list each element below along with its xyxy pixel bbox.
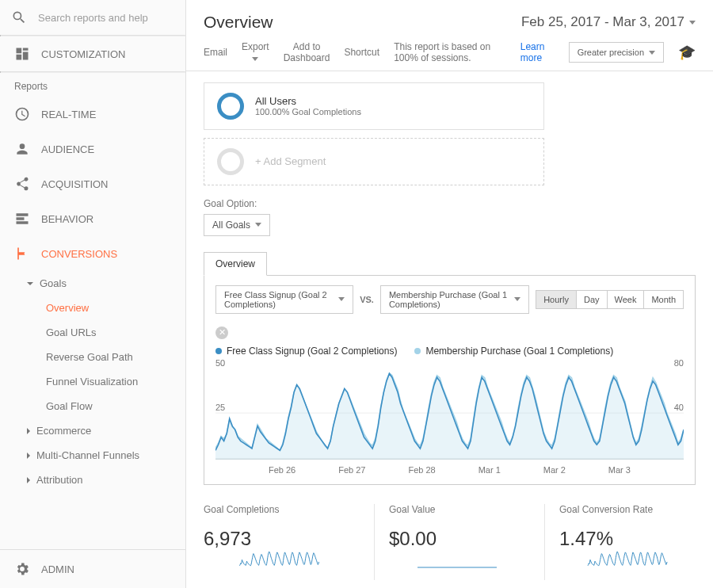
sub-ecommerce[interactable]: Ecommerce bbox=[22, 418, 185, 443]
nav-behavior[interactable]: BEHAVIOR bbox=[0, 201, 185, 236]
export-button[interactable]: Export bbox=[242, 41, 269, 64]
segment-subtitle: 100.00% Goal Completions bbox=[255, 107, 361, 116]
nav-admin[interactable]: ADMIN bbox=[0, 549, 185, 588]
metric-value: 6,973 bbox=[204, 528, 355, 550]
xtick: Mar 2 bbox=[543, 465, 566, 475]
time-week[interactable]: Week bbox=[608, 290, 645, 309]
leaf-reverse-goal-path[interactable]: Reverse Goal Path bbox=[22, 345, 185, 369]
main-panel: Overview Feb 25, 2017 - Mar 3, 2017 Emai… bbox=[186, 0, 713, 588]
email-button[interactable]: Email bbox=[204, 47, 227, 58]
sub-mc-funnels[interactable]: Multi-Channel Funnels bbox=[22, 443, 185, 468]
leaf-goal-flow[interactable]: Goal Flow bbox=[22, 394, 185, 418]
chevron-down-icon bbox=[514, 297, 520, 301]
yaxis-left-mid: 25 bbox=[215, 403, 225, 412]
chart-legend: Free Class Signup (Goal 2 Completions) M… bbox=[215, 346, 684, 357]
metric-goal-value: Goal Value $0.00 bbox=[374, 504, 525, 580]
goal-option-select[interactable]: All Goals bbox=[204, 214, 270, 236]
metric-select-right-label: Membership Purchase (Goal 1 Completions) bbox=[389, 290, 509, 309]
reports-label: Reports bbox=[0, 73, 185, 97]
sub-label: Multi-Channel Funnels bbox=[36, 449, 139, 461]
time-month[interactable]: Month bbox=[644, 290, 684, 309]
yaxis-right-mid: 40 bbox=[674, 403, 684, 412]
metric-label: Goal Conversion Rate bbox=[559, 504, 696, 526]
time-day[interactable]: Day bbox=[577, 290, 608, 309]
yaxis-left: 50 25 bbox=[215, 358, 225, 368]
shortcut-button[interactable]: Shortcut bbox=[344, 47, 379, 58]
nav-label: CONVERSIONS bbox=[41, 248, 117, 260]
metric-value: 1.47% bbox=[559, 528, 696, 550]
legend-dot-icon bbox=[215, 348, 222, 354]
xtick: Feb 27 bbox=[338, 465, 365, 475]
nav-conversions[interactable]: CONVERSIONS bbox=[0, 236, 185, 271]
nav-label: ADMIN bbox=[41, 563, 74, 575]
segment-title: All Users bbox=[255, 95, 361, 107]
segment-text: All Users 100.00% Goal Completions bbox=[255, 95, 361, 116]
chevron-down-icon bbox=[689, 21, 696, 25]
page-header: Overview Feb 25, 2017 - Mar 3, 2017 bbox=[186, 0, 713, 38]
nav-label: BEHAVIOR bbox=[41, 213, 93, 225]
time-buttons: Hourly Day Week Month bbox=[536, 290, 684, 309]
clock-icon bbox=[14, 106, 30, 122]
metric-label: Goal Value bbox=[389, 504, 525, 526]
chevron-right-icon bbox=[27, 452, 30, 459]
nav-acquisition[interactable]: ACQUISITION bbox=[0, 166, 185, 201]
segment-ring-icon bbox=[217, 93, 244, 120]
search-input[interactable] bbox=[36, 11, 174, 25]
add-segment-label: + Add Segment bbox=[255, 155, 326, 167]
chevron-down-icon bbox=[338, 297, 345, 301]
legend-label-1: Free Class Signup (Goal 2 Completions) bbox=[227, 346, 397, 357]
xtick: Feb 28 bbox=[408, 465, 435, 475]
tab-overview[interactable]: Overview bbox=[204, 252, 267, 276]
metric-goal-conversion-rate: Goal Conversion Rate 1.47% bbox=[544, 504, 696, 580]
remove-comparison-button[interactable]: ✕ bbox=[215, 326, 228, 339]
education-icon[interactable]: 🎓 bbox=[678, 44, 696, 61]
date-range-picker[interactable]: Feb 25, 2017 - Mar 3, 2017 bbox=[521, 14, 696, 30]
nav-customization[interactable]: CUSTOMIZATION bbox=[0, 36, 185, 71]
sub-goals[interactable]: Goals bbox=[22, 271, 185, 296]
leaf-overview[interactable]: Overview bbox=[22, 296, 185, 320]
date-range-text: Feb 25, 2017 - Mar 3, 2017 bbox=[521, 14, 684, 30]
conversions-children: Goals Overview Goal URLs Reverse Goal Pa… bbox=[0, 271, 185, 492]
add-segment-button[interactable]: + Add Segment bbox=[204, 138, 544, 185]
add-to-dashboard-button[interactable]: Add toDashboard bbox=[284, 41, 330, 64]
sparkline bbox=[389, 550, 525, 569]
nav-realtime[interactable]: REAL-TIME bbox=[0, 97, 185, 132]
dashboard-icon bbox=[14, 46, 30, 62]
goal-option-value: All Goals bbox=[212, 220, 250, 231]
time-hourly[interactable]: Hourly bbox=[536, 290, 577, 309]
sub-label: Attribution bbox=[36, 474, 83, 486]
metrics-grid: Goal Completions 6,973 Goal Value $0.00 … bbox=[204, 504, 696, 580]
behavior-icon bbox=[14, 211, 30, 227]
sub-label: Ecommerce bbox=[36, 425, 91, 437]
page-title: Overview bbox=[204, 13, 273, 32]
metric-value: $0.00 bbox=[389, 528, 525, 550]
report-content: All Users 100.00% Goal Completions + Add… bbox=[186, 71, 713, 580]
nav-audience[interactable]: AUDIENCE bbox=[0, 132, 185, 166]
comparison-row: Free Class Signup (Goal 2 Completions) V… bbox=[215, 285, 684, 314]
sessions-note: This report is based on 100% of sessions… bbox=[394, 41, 555, 63]
nav-label: ACQUISITION bbox=[41, 178, 109, 190]
yaxis-right: 80 40 bbox=[674, 358, 684, 368]
sub-attribution[interactable]: Attribution bbox=[22, 468, 185, 492]
metric-select-left[interactable]: Free Class Signup (Goal 2 Completions) bbox=[215, 285, 353, 314]
precision-label: Greater precision bbox=[578, 48, 644, 57]
learn-more-link[interactable]: Learn more bbox=[520, 41, 555, 63]
precision-select[interactable]: Greater precision bbox=[569, 42, 664, 63]
segment-ring-icon bbox=[217, 148, 244, 175]
main-chart: 50 25 80 40 Feb 26 Feb 27 Feb 28 Mar 1 M… bbox=[215, 358, 684, 475]
chevron-down-icon bbox=[255, 223, 261, 227]
search-bar bbox=[0, 0, 185, 35]
metric-select-right[interactable]: Membership Purchase (Goal 1 Completions) bbox=[380, 285, 529, 314]
metric-label: Goal Completions bbox=[204, 504, 355, 526]
segment-all-users[interactable]: All Users 100.00% Goal Completions bbox=[204, 82, 544, 130]
leaf-funnel-visualization[interactable]: Funnel Visualization bbox=[22, 369, 185, 394]
chevron-down-icon bbox=[252, 57, 258, 61]
chevron-down-icon bbox=[27, 282, 33, 285]
share-icon bbox=[14, 176, 30, 192]
vs-label: VS. bbox=[360, 295, 374, 304]
legend-series-1: Free Class Signup (Goal 2 Completions) bbox=[215, 346, 397, 357]
leaf-goal-urls[interactable]: Goal URLs bbox=[22, 320, 185, 345]
xtick: Mar 1 bbox=[479, 465, 501, 475]
sidebar: CUSTOMIZATION Reports REAL-TIME AUDIENCE… bbox=[0, 0, 186, 588]
sub-label: Goals bbox=[40, 277, 67, 289]
